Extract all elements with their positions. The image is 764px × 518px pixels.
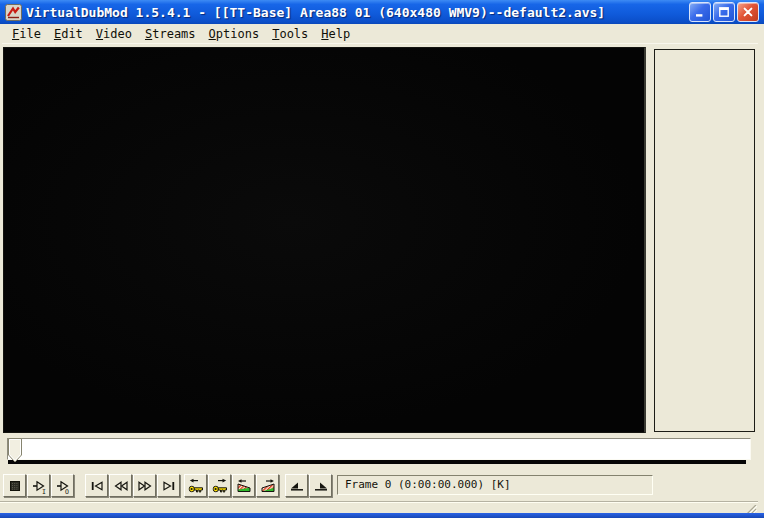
close-button[interactable]: [737, 2, 759, 22]
frame-back-button[interactable]: [109, 474, 132, 497]
goto-start-button[interactable]: [85, 474, 108, 497]
toolbar-group-4: [285, 474, 333, 497]
toolbar-group-2: [85, 474, 181, 497]
scene-reverse-icon: [236, 478, 252, 494]
statusbar-divider: [0, 501, 758, 503]
mark-out-button[interactable]: [309, 474, 332, 497]
goto-end-icon: [161, 478, 177, 494]
mark-in-button[interactable]: [285, 474, 308, 497]
key-previous-button[interactable]: [184, 474, 207, 497]
maximize-icon: [717, 5, 731, 19]
menu-tools[interactable]: Tools: [267, 26, 313, 42]
menu-streams[interactable]: Streams: [140, 26, 201, 42]
key-next-button[interactable]: [208, 474, 231, 497]
frame-forward-icon: [137, 478, 153, 494]
seek-baseline: [8, 460, 746, 464]
play-output-icon: O: [55, 478, 71, 494]
menu-edit[interactable]: Edit: [49, 26, 88, 42]
toolbar-group-3: [184, 474, 280, 497]
key-previous-icon: [188, 478, 204, 494]
scene-forward-button[interactable]: [256, 474, 279, 497]
frame-status-field: Frame 0 (0:00:00.000) [K]: [337, 475, 653, 495]
goto-end-button[interactable]: [157, 474, 180, 497]
seek-track[interactable]: [7, 438, 751, 460]
mark-in-icon: [289, 478, 305, 494]
scene-forward-icon: [260, 478, 276, 494]
menu-bar: FileEditVideoStreamsOptionsToolsHelp: [2, 24, 758, 44]
menu-help[interactable]: Help: [316, 26, 355, 42]
menu-options[interactable]: Options: [204, 26, 265, 42]
window-border-bottom: [0, 513, 764, 518]
svg-text:I: I: [42, 487, 46, 493]
key-next-icon: [212, 478, 228, 494]
play-output-button[interactable]: O: [51, 474, 74, 497]
window-controls: [689, 2, 759, 22]
close-icon: [741, 5, 755, 19]
svg-text:O: O: [65, 487, 69, 493]
title-bar[interactable]: VirtualDubMod 1.5.4.1 - [[TT-Base] Area8…: [0, 0, 764, 24]
maximize-button[interactable]: [713, 2, 735, 22]
app-icon[interactable]: [5, 4, 22, 21]
frame-forward-button[interactable]: [133, 474, 156, 497]
menu-video[interactable]: Video: [91, 26, 137, 42]
play-input-button[interactable]: I: [27, 474, 50, 497]
output-video-pane: [654, 49, 755, 432]
stop-icon: [7, 478, 23, 494]
play-input-icon: I: [31, 478, 47, 494]
mark-out-icon: [313, 478, 329, 494]
frame-back-icon: [113, 478, 129, 494]
scene-reverse-button[interactable]: [232, 474, 255, 497]
goto-start-icon: [89, 478, 105, 494]
window-title: VirtualDubMod 1.5.4.1 - [[TT-Base] Area8…: [26, 5, 689, 20]
seek-thumb[interactable]: [8, 438, 22, 463]
toolbar-group-1: IO: [3, 474, 75, 497]
minimize-button[interactable]: [689, 2, 711, 22]
minimize-icon: [693, 5, 707, 19]
menu-file[interactable]: File: [7, 26, 46, 42]
input-video-pane: [3, 47, 646, 433]
virtualdubmod-window: VirtualDubMod 1.5.4.1 - [[TT-Base] Area8…: [0, 0, 764, 518]
stop-button[interactable]: [3, 474, 26, 497]
